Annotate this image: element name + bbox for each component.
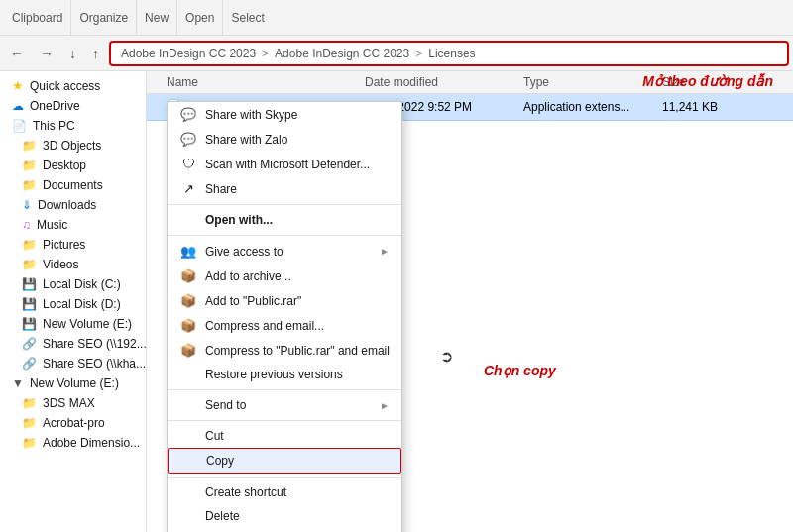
toolbar-open: Open [177, 0, 223, 35]
zalo-icon: 💬 [179, 132, 197, 147]
cloud-icon: ☁ [12, 99, 24, 113]
music-icon: ♫ [22, 218, 31, 232]
sidebar-item-documents[interactable]: 📁 Documents [0, 175, 146, 195]
ctx-open-with[interactable]: Open with... [168, 208, 401, 232]
sidebar-item-new-vol-e[interactable]: 💾 New Volume (E:) [0, 314, 146, 334]
video-icon: 📁 [22, 258, 37, 271]
sidebar-item-onedrive[interactable]: ☁ OneDrive [0, 96, 146, 116]
main-layout: ★ Quick access ☁ OneDrive 📄 This PC 📁 3D… [0, 71, 793, 532]
sidebar-item-new-volume[interactable]: ▼ New Volume (E:) [0, 373, 146, 393]
shield-icon: 🛡 [179, 157, 197, 171]
file-size: 11,241 KB [662, 100, 741, 114]
address-path3: Licenses [428, 47, 475, 60]
picture-icon: 📁 [22, 238, 37, 252]
ctx-sep-4 [168, 420, 401, 421]
sidebar-item-share-seo-kha[interactable]: 🔗 Share SEO (\\kha... [0, 354, 146, 373]
sidebar-item-adobe-dim[interactable]: 📁 Adobe Dimensio... [0, 433, 146, 453]
ctx-compress-email[interactable]: 📦 Compress and email... [168, 313, 401, 338]
ctx-send-to[interactable]: Send to ► [168, 393, 401, 417]
network-icon: 🔗 [22, 357, 37, 371]
sidebar-item-local-c[interactable]: 💾 Local Disk (C:) [0, 274, 146, 294]
network-icon: 🔗 [22, 337, 37, 351]
address-sep1: > [262, 47, 269, 60]
address-bar[interactable]: Adobe InDesign CC 2023 > Adobe InDesign … [109, 41, 789, 66]
cursor: ➲ [440, 347, 453, 366]
sidebar-item-3d[interactable]: 📁 3D Objects [0, 136, 146, 156]
ctx-add-rar[interactable]: 📦 Add to "Public.rar" [168, 288, 401, 313]
toolbar-clipboard: Clipboard [4, 0, 71, 35]
ctx-scan-defender[interactable]: 🛡 Scan with Microsoft Defender... [168, 152, 401, 176]
expand-icon: ▼ [12, 376, 24, 390]
toolbar-organize: Organize [71, 0, 137, 35]
sidebar-item-share-seo-192[interactable]: 🔗 Share SEO (\\192... [0, 334, 146, 354]
annotation-open-path: Mở theo đường dẫn [642, 73, 773, 89]
ctx-delete[interactable]: Delete [168, 504, 401, 528]
sidebar-item-acrobat[interactable]: 📁 Acrobat-pro [0, 413, 146, 433]
recent-button[interactable]: ↓ [63, 42, 82, 65]
ctx-compress-rar-email[interactable]: 📦 Compress to "Public.rar" and email [168, 338, 401, 363]
annotation-copy: Chọn copy [484, 363, 556, 378]
folder-icon: 📁 [22, 416, 37, 430]
ctx-add-archive[interactable]: 📦 Add to archive... [168, 264, 401, 288]
folder-icon: 📁 [22, 178, 37, 192]
file-list-area: Name Date modified Type Size 📄 Public.dl… [147, 71, 793, 532]
sidebar-item-local-d[interactable]: 💾 Local Disk (D:) [0, 294, 146, 314]
ctx-rename[interactable]: Rename [168, 528, 401, 532]
col-header-date[interactable]: Date modified [365, 75, 523, 89]
computer-icon: 📄 [12, 119, 27, 133]
archive-icon: 📦 [179, 268, 197, 283]
sidebar-item-downloads[interactable]: ⇓ Downloads [0, 195, 146, 215]
ctx-share-skype[interactable]: 💬 Share with Skype [168, 102, 401, 127]
ctx-give-access[interactable]: 👥 Give access to ► [168, 239, 401, 264]
ctx-restore-versions[interactable]: Restore previous versions [168, 363, 401, 386]
compress-icon-2: 📦 [179, 343, 197, 358]
ctx-cut[interactable]: Cut [168, 424, 401, 448]
folder-icon: 📁 [22, 139, 37, 153]
sidebar-item-videos[interactable]: 📁 Videos [0, 255, 146, 274]
star-icon: ★ [12, 78, 24, 93]
col-header-type[interactable]: Type [523, 75, 662, 89]
sidebar-item-music[interactable]: ♫ Music [0, 215, 146, 235]
arrow-right-icon: ► [380, 246, 390, 257]
disk-icon: 💾 [22, 317, 37, 331]
sidebar-item-pictures[interactable]: 📁 Pictures [0, 235, 146, 255]
disk-icon: 💾 [22, 297, 37, 311]
toolbar-new: New [137, 0, 177, 35]
toolbar-select: Select [223, 0, 272, 35]
file-type: Application extens... [523, 100, 662, 114]
sidebar-item-desktop[interactable]: 📁 Desktop [0, 156, 146, 175]
sidebar-item-quick-access[interactable]: ★ Quick access [0, 75, 146, 96]
ctx-sep-1 [168, 204, 401, 205]
address-row: ← → ↓ ↑ Adobe InDesign CC 2023 > Adobe I… [0, 36, 793, 71]
folder-icon: 📁 [22, 436, 37, 450]
skype-icon: 💬 [179, 107, 197, 122]
arrow-right-icon-2: ► [380, 400, 390, 411]
sidebar: ★ Quick access ☁ OneDrive 📄 This PC 📁 3D… [0, 71, 147, 532]
ctx-share[interactable]: ↗ Share [168, 176, 401, 201]
ctx-share-zalo[interactable]: 💬 Share with Zalo [168, 127, 401, 152]
share-icon: ↗ [179, 181, 197, 196]
sidebar-item-3dsmax[interactable]: 📁 3DS MAX [0, 393, 146, 413]
folder-icon: 📁 [22, 159, 37, 172]
folder-icon: 📁 [22, 396, 37, 410]
address-path1: Adobe InDesign CC 2023 [121, 47, 256, 60]
toolbar: Clipboard Organize New Open Select [0, 0, 793, 36]
col-header-name[interactable]: Name [147, 75, 365, 89]
ctx-copy[interactable]: Copy [168, 448, 401, 474]
download-icon: ⇓ [22, 198, 32, 212]
address-sep2: > [415, 47, 422, 60]
archive-icon-2: 📦 [179, 293, 197, 308]
ctx-sep-2 [168, 235, 401, 236]
people-icon: 👥 [179, 244, 197, 259]
context-menu: 💬 Share with Skype 💬 Share with Zalo 🛡 S… [167, 101, 402, 532]
compress-icon: 📦 [179, 318, 197, 333]
ctx-sep-3 [168, 389, 401, 390]
address-path2: Adobe InDesign CC 2023 [275, 47, 409, 60]
back-button[interactable]: ← [4, 42, 30, 65]
forward-button[interactable]: → [34, 42, 59, 65]
disk-icon: 💾 [22, 277, 37, 291]
up-button[interactable]: ↑ [86, 42, 105, 65]
ctx-create-shortcut[interactable]: Create shortcut [168, 480, 401, 504]
sidebar-item-this-pc[interactable]: 📄 This PC [0, 116, 146, 136]
ctx-sep-5 [168, 477, 401, 478]
